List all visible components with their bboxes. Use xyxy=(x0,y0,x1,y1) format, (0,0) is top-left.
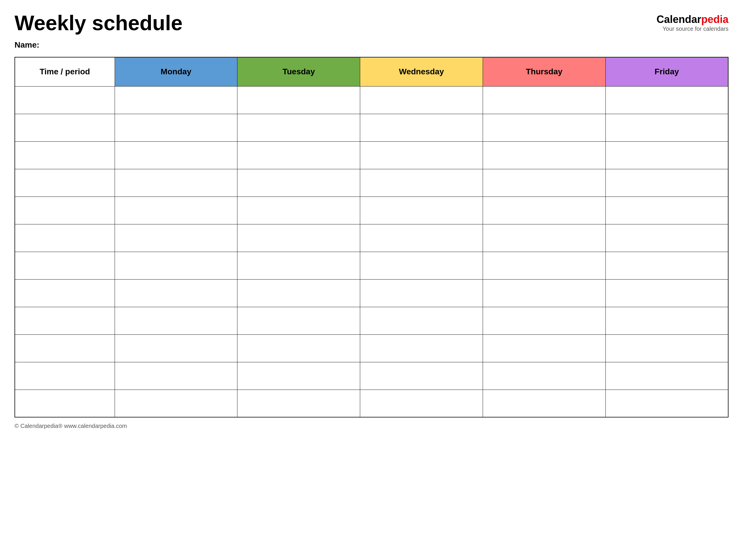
schedule-cell[interactable] xyxy=(483,86,605,114)
schedule-cell[interactable] xyxy=(483,279,605,307)
col-header-monday: Monday xyxy=(115,57,237,86)
time-cell[interactable] xyxy=(15,335,115,362)
schedule-cell[interactable] xyxy=(115,224,237,252)
header-row: Time / period Monday Tuesday Wednesday T… xyxy=(15,57,728,86)
page-title: Weekly schedule xyxy=(14,12,182,35)
table-row xyxy=(15,335,728,362)
schedule-cell[interactable] xyxy=(115,335,237,362)
schedule-cell[interactable] xyxy=(605,390,728,417)
table-row xyxy=(15,362,728,390)
schedule-cell[interactable] xyxy=(360,86,483,114)
table-row xyxy=(15,390,728,417)
time-cell[interactable] xyxy=(15,224,115,252)
schedule-cell[interactable] xyxy=(483,335,605,362)
table-row xyxy=(15,307,728,335)
schedule-cell[interactable] xyxy=(237,169,360,197)
schedule-cell[interactable] xyxy=(483,307,605,335)
schedule-cell[interactable] xyxy=(237,114,360,141)
schedule-cell[interactable] xyxy=(237,307,360,335)
schedule-cell[interactable] xyxy=(115,169,237,197)
schedule-cell[interactable] xyxy=(605,197,728,224)
logo-calendar: Calendar xyxy=(657,13,701,25)
time-cell[interactable] xyxy=(15,307,115,335)
time-cell[interactable] xyxy=(15,279,115,307)
time-cell[interactable] xyxy=(15,114,115,141)
schedule-cell[interactable] xyxy=(605,169,728,197)
schedule-cell[interactable] xyxy=(605,114,728,141)
schedule-cell[interactable] xyxy=(115,252,237,279)
time-cell[interactable] xyxy=(15,362,115,390)
schedule-cell[interactable] xyxy=(483,197,605,224)
schedule-cell[interactable] xyxy=(483,224,605,252)
schedule-cell[interactable] xyxy=(115,197,237,224)
schedule-cell[interactable] xyxy=(360,307,483,335)
schedule-cell[interactable] xyxy=(237,252,360,279)
time-cell[interactable] xyxy=(15,390,115,417)
schedule-cell[interactable] xyxy=(605,279,728,307)
col-header-friday: Friday xyxy=(605,57,728,86)
footer-text: © Calendarpedia® www.calendarpedia.com xyxy=(14,423,127,429)
time-cell[interactable] xyxy=(15,169,115,197)
footer: © Calendarpedia® www.calendarpedia.com xyxy=(14,423,729,429)
schedule-cell[interactable] xyxy=(115,362,237,390)
table-row xyxy=(15,114,728,141)
schedule-cell[interactable] xyxy=(115,114,237,141)
schedule-cell[interactable] xyxy=(605,307,728,335)
schedule-cell[interactable] xyxy=(483,390,605,417)
schedule-cell[interactable] xyxy=(237,141,360,169)
schedule-cell[interactable] xyxy=(237,86,360,114)
table-row xyxy=(15,252,728,279)
col-header-wednesday: Wednesday xyxy=(360,57,483,86)
schedule-cell[interactable] xyxy=(237,362,360,390)
header: Weekly schedule Calendarpedia Your sourc… xyxy=(14,12,729,35)
schedule-cell[interactable] xyxy=(237,197,360,224)
col-header-tuesday: Tuesday xyxy=(237,57,360,86)
table-row xyxy=(15,279,728,307)
schedule-cell[interactable] xyxy=(605,224,728,252)
time-cell[interactable] xyxy=(15,252,115,279)
col-header-thursday: Thursday xyxy=(483,57,605,86)
schedule-cell[interactable] xyxy=(237,390,360,417)
col-header-time: Time / period xyxy=(15,57,115,86)
time-cell[interactable] xyxy=(15,141,115,169)
schedule-cell[interactable] xyxy=(605,86,728,114)
schedule-cell[interactable] xyxy=(360,114,483,141)
schedule-cell[interactable] xyxy=(483,252,605,279)
schedule-cell[interactable] xyxy=(360,362,483,390)
schedule-table: Time / period Monday Tuesday Wednesday T… xyxy=(14,57,729,418)
schedule-cell[interactable] xyxy=(237,279,360,307)
schedule-cell[interactable] xyxy=(360,224,483,252)
schedule-cell[interactable] xyxy=(483,114,605,141)
schedule-cell[interactable] xyxy=(360,141,483,169)
logo-pedia: pedia xyxy=(701,13,729,25)
schedule-cell[interactable] xyxy=(360,169,483,197)
schedule-cell[interactable] xyxy=(605,252,728,279)
schedule-cell[interactable] xyxy=(237,224,360,252)
schedule-cell[interactable] xyxy=(605,141,728,169)
schedule-cell[interactable] xyxy=(115,86,237,114)
time-cell[interactable] xyxy=(15,86,115,114)
schedule-cell[interactable] xyxy=(115,390,237,417)
schedule-cell[interactable] xyxy=(115,141,237,169)
schedule-cell[interactable] xyxy=(360,197,483,224)
schedule-cell[interactable] xyxy=(483,141,605,169)
schedule-cell[interactable] xyxy=(483,362,605,390)
schedule-cell[interactable] xyxy=(360,335,483,362)
name-row: Name: xyxy=(14,40,729,50)
schedule-cell[interactable] xyxy=(115,307,237,335)
schedule-cell[interactable] xyxy=(483,169,605,197)
schedule-cell[interactable] xyxy=(605,335,728,362)
time-cell[interactable] xyxy=(15,197,115,224)
name-label: Name: xyxy=(14,40,40,49)
schedule-cell[interactable] xyxy=(605,362,728,390)
schedule-cell[interactable] xyxy=(360,390,483,417)
table-row xyxy=(15,86,728,114)
table-row xyxy=(15,197,728,224)
schedule-cell[interactable] xyxy=(115,279,237,307)
schedule-cell[interactable] xyxy=(360,279,483,307)
schedule-cell[interactable] xyxy=(360,252,483,279)
table-row xyxy=(15,141,728,169)
logo-subtitle: Your source for calendars xyxy=(657,26,729,32)
schedule-cell[interactable] xyxy=(237,335,360,362)
logo-container: Calendarpedia Your source for calendars xyxy=(657,12,729,32)
